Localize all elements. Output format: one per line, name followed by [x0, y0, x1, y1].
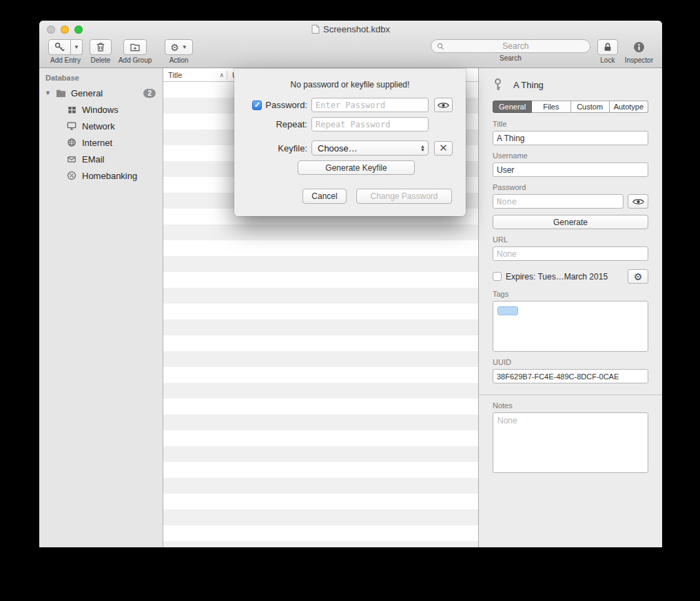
- title-field[interactable]: [493, 131, 648, 145]
- uuid-label: UUID: [493, 358, 648, 366]
- reveal-password-button[interactable]: [434, 98, 453, 112]
- folder-plus-icon: [129, 42, 141, 53]
- info-icon: [633, 41, 645, 53]
- notes-label: Notes: [493, 401, 648, 410]
- gear-icon: ⚙: [170, 43, 179, 52]
- generate-keyfile-button[interactable]: Generate Keyfile: [298, 160, 415, 175]
- url-field-label: URL: [493, 235, 648, 244]
- column-header-title[interactable]: Title ∧: [163, 71, 227, 79]
- keyfile-label: Keyfile:: [248, 143, 307, 154]
- sheet-actions: Cancel Change Password: [234, 189, 466, 204]
- expires-checkbox[interactable]: [493, 272, 502, 281]
- delete-button[interactable]: [90, 39, 112, 55]
- eye-icon: [632, 198, 644, 206]
- sidebar-item-label: EMail: [82, 154, 105, 165]
- sidebar-item-homebanking[interactable]: Homebanking: [39, 167, 163, 184]
- sidebar-item-label: Network: [82, 121, 115, 131]
- zoom-button[interactable]: [74, 25, 83, 34]
- close-icon: ✕: [439, 142, 448, 154]
- popup-chevrons-icon: ▲▼: [420, 145, 425, 151]
- sidebar-item-network[interactable]: Network: [39, 118, 163, 134]
- percent-coin-icon: [65, 171, 78, 180]
- display-icon: [65, 121, 78, 131]
- reveal-password-button[interactable]: [628, 194, 648, 209]
- search-icon: [437, 43, 444, 50]
- sidebar-item-internet[interactable]: Internet: [39, 134, 163, 151]
- inspector-button[interactable]: [628, 39, 650, 55]
- sidebar-item-email[interactable]: EMail: [39, 151, 163, 167]
- sidebar-item-windows[interactable]: Windows: [39, 101, 163, 118]
- close-button[interactable]: [47, 25, 55, 34]
- sheet-message: No password or keyfile supplied!: [234, 80, 466, 89]
- window-title: Screenshot.kdbx: [39, 21, 662, 37]
- keyfile-row: Keyfile: Choose… ▲▼ ✕: [234, 140, 466, 156]
- lock-tool: Lock: [597, 39, 618, 64]
- gear-icon: ⚙: [634, 272, 643, 282]
- inspector-tabs: General Files Custom Autotype: [493, 101, 648, 113]
- globe-icon: [65, 138, 78, 147]
- sidebar: Database ▼ General 2 Windows Network: [39, 68, 163, 547]
- clear-keyfile-button[interactable]: ✕: [434, 141, 453, 156]
- tab-general[interactable]: General: [493, 101, 532, 113]
- generate-password-button[interactable]: Generate: [493, 215, 648, 229]
- tag-chip[interactable]: [497, 306, 518, 315]
- toolbar: ▼ Add Entry Delete: [39, 37, 662, 68]
- tab-custom[interactable]: Custom: [571, 101, 610, 113]
- lock-button[interactable]: [597, 39, 618, 55]
- add-entry-button[interactable]: [48, 39, 71, 55]
- lock-icon: [603, 42, 612, 52]
- repeat-password-input[interactable]: [311, 117, 429, 131]
- eye-icon: [438, 101, 449, 109]
- trash-icon: [95, 41, 106, 53]
- chevron-down-icon: ▼: [182, 44, 187, 50]
- action-tool: ⚙ ▼ Action: [165, 39, 192, 64]
- generate-keyfile-row: Generate Keyfile: [234, 160, 466, 175]
- app-window: Screenshot.kdbx ▼ Add Entry: [39, 21, 662, 547]
- repeat-row: Repeat:: [234, 117, 466, 131]
- sidebar-group-general[interactable]: ▼ General 2: [39, 85, 163, 101]
- title-field-label: Title: [493, 120, 648, 128]
- delete-tool: Delete: [90, 39, 112, 64]
- expires-settings-button[interactable]: ⚙: [628, 269, 648, 284]
- url-field[interactable]: [493, 246, 648, 261]
- keyfile-popup[interactable]: Choose… ▲▼: [311, 140, 429, 156]
- search-input[interactable]: [447, 41, 584, 51]
- inspector-entry-title: A Thing: [513, 80, 544, 90]
- search-tool: Search: [431, 39, 590, 62]
- titlebar[interactable]: Screenshot.kdbx: [39, 21, 662, 37]
- document-icon: [311, 25, 320, 34]
- sidebar-item-label: Internet: [82, 138, 112, 148]
- inspector-panel: A Thing General Files Custom Autotype Ti…: [479, 68, 662, 547]
- add-group-button[interactable]: [123, 39, 147, 55]
- cancel-button[interactable]: Cancel: [302, 189, 347, 204]
- notes-field[interactable]: [493, 412, 648, 473]
- folder-icon: [54, 89, 67, 98]
- sidebar-item-label: Homebanking: [82, 171, 137, 181]
- tab-autotype[interactable]: Autotype: [610, 101, 648, 113]
- expires-label: Expires: Tues…March 2015: [506, 272, 624, 282]
- sidebar-group-label: General: [71, 88, 103, 98]
- username-field[interactable]: [493, 162, 648, 177]
- disclosure-triangle-icon[interactable]: ▼: [45, 89, 54, 96]
- password-field[interactable]: [493, 194, 624, 209]
- add-entry-dropdown-button[interactable]: ▼: [71, 39, 83, 55]
- add-entry-tool: ▼ Add Entry: [48, 39, 83, 64]
- desktop-background: { "window_title": "Screenshot.kdbx", "to…: [0, 0, 700, 601]
- minimize-button[interactable]: [61, 25, 69, 34]
- password-field-label: Password: [493, 183, 648, 191]
- window-header: Screenshot.kdbx ▼ Add Entry: [39, 21, 662, 68]
- uuid-field[interactable]: [493, 369, 648, 383]
- key-plus-icon: [54, 41, 65, 53]
- repeat-label: Repeat:: [248, 119, 307, 129]
- expires-row: Expires: Tues…March 2015 ⚙: [493, 269, 648, 284]
- search-field[interactable]: [431, 39, 590, 53]
- new-password-input[interactable]: [311, 98, 429, 112]
- sidebar-item-label: Windows: [82, 105, 119, 115]
- toolbar-right-group: Search Lock Insp: [427, 39, 657, 64]
- password-checkbox[interactable]: ✓: [252, 101, 262, 110]
- change-password-button[interactable]: Change Password: [356, 189, 452, 204]
- action-button[interactable]: ⚙ ▼: [165, 39, 192, 55]
- tab-files[interactable]: Files: [532, 101, 570, 113]
- tags-box[interactable]: [493, 301, 648, 352]
- windows-icon: [65, 105, 78, 114]
